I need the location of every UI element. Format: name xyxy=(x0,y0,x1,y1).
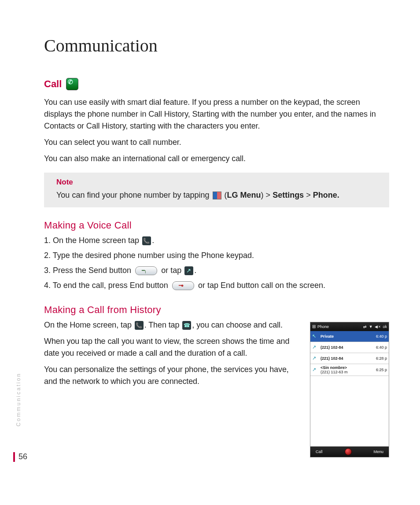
pm-row-1-time: 6:40 p xyxy=(372,345,387,350)
note-phone: Phone. xyxy=(313,191,339,199)
pm-row-1-name: (221) 102-84 xyxy=(321,345,370,350)
pm-empty-area xyxy=(310,376,389,446)
phone-screenshot: ⊞ Phone ⇄ ▼ ◀× ok ↖ Private 6:40 p ↗ (22… xyxy=(310,322,389,457)
page-footer: 56 xyxy=(13,452,27,462)
hc-p3: You can personalize the settings of your… xyxy=(44,364,299,387)
note-pre: You can find your phone number by tappin… xyxy=(56,191,212,199)
vc-s4b: or tap End button call on the screen. xyxy=(198,281,325,290)
note-gt2: > xyxy=(304,191,313,199)
pm-ok: ok xyxy=(383,324,387,329)
vc-s3b: or tap xyxy=(161,266,184,275)
call-desc-3: You can also make an international call … xyxy=(44,153,389,165)
pm-row-2-name: (221) 102-84 xyxy=(321,356,370,361)
voice-call-steps: 1. On the Home screen tap . 2. Type the … xyxy=(44,235,389,292)
pm-status-icons: ⇄ ▼ ◀× xyxy=(363,324,381,329)
hc-p1c: , you can choose and call. xyxy=(192,321,283,329)
pm-status-bar: ⊞ Phone ⇄ ▼ ◀× ok xyxy=(310,322,389,331)
call-history-icon xyxy=(182,321,191,330)
side-chapter-label: Communication xyxy=(15,372,22,426)
vc-s1a: 1. On the Home screen tap xyxy=(44,236,141,245)
pm-row-2[interactable]: ↗ (221) 102-84 6:28 p xyxy=(310,353,389,364)
vc-step-2: 2. Type the desired phone number using t… xyxy=(44,250,389,262)
hc-p2: When you tap the call you want to view, … xyxy=(44,335,299,359)
note-box: Note You can find your phone number by t… xyxy=(44,173,389,207)
vc-s3c: . xyxy=(194,266,196,275)
hc-p1: On the Home screen, tap . Then tap , you… xyxy=(44,319,299,331)
phone-tile-icon-2 xyxy=(135,321,144,330)
pm-row-3[interactable]: ↗ <Sin nombre> (221) 112-63 m 6:25 p xyxy=(310,364,389,376)
call-heading-text: Call xyxy=(44,78,62,90)
vc-step-1: 1. On the Home screen tap . xyxy=(44,235,389,247)
pm-row-0[interactable]: ↖ Private 6:40 p xyxy=(310,331,389,342)
tap-call-icon xyxy=(184,266,193,275)
pm-softkey-menu[interactable]: Menu xyxy=(373,450,383,454)
note-lg-menu: LG Menu xyxy=(227,191,261,199)
call-desc-1: You can use easily with smart dial featu… xyxy=(44,96,389,132)
page-title: Communication xyxy=(44,35,389,56)
outgoing-call-icon: ↖ xyxy=(312,334,318,339)
pm-row-2-time: 6:28 p xyxy=(372,356,387,361)
history-call-heading: Making a Call from History xyxy=(44,304,389,316)
pm-row-3-bold: <Sin nombre> xyxy=(321,365,347,370)
note-label: Note xyxy=(56,178,381,187)
note-paren-close: ) > xyxy=(261,191,273,199)
pm-row-0-name: Private xyxy=(321,334,370,339)
pm-title: Phone xyxy=(317,324,361,329)
pm-row-3-time: 6:25 p xyxy=(372,368,387,372)
pm-row-3-name: <Sin nombre> (221) 112-63 m xyxy=(321,365,370,374)
pm-row-1[interactable]: ↗ (221) 102-84 6:40 p xyxy=(310,342,389,353)
voice-call-heading: Making a Voice Call xyxy=(44,220,389,231)
vc-s4a: 4. To end the call, press End button xyxy=(44,281,170,290)
end-button-icon xyxy=(172,281,194,290)
outgoing-call-icon: ↗ xyxy=(312,367,318,372)
page-number: 56 xyxy=(18,452,27,461)
section-call-heading: Call xyxy=(44,78,389,90)
footer-accent-bar xyxy=(13,452,15,462)
vc-step-4: 4. To end the call, press End button or … xyxy=(44,280,389,292)
pm-softkey-call[interactable]: Call xyxy=(316,450,323,454)
hc-p1a: On the Home screen, tap xyxy=(44,321,134,329)
pm-call-list: ↖ Private 6:40 p ↗ (221) 102-84 6:40 p ↗… xyxy=(310,331,389,376)
hc-p1b: . Then tap xyxy=(144,321,182,329)
vc-s3a: 3. Press the Send button xyxy=(44,266,133,275)
phone-app-icon xyxy=(66,78,78,90)
note-text: You can find your phone number by tappin… xyxy=(56,189,381,201)
phone-tile-icon xyxy=(142,236,151,245)
windows-flag-icon: ⊞ xyxy=(312,324,316,329)
outgoing-call-icon: ↗ xyxy=(312,356,318,361)
pm-softkey-bar: Call Menu xyxy=(310,446,389,457)
send-button-icon xyxy=(135,266,157,275)
pm-center-button-icon[interactable] xyxy=(345,448,352,455)
pm-row-3-rest: (221) 112-63 m xyxy=(321,370,348,374)
lg-menu-icon xyxy=(213,192,221,199)
vc-step-3: 3. Press the Send button or tap . xyxy=(44,265,389,277)
vc-s1b: . xyxy=(152,236,154,245)
note-settings: Settings xyxy=(273,191,304,199)
call-desc-2: You can select you want to call number. xyxy=(44,136,389,148)
pm-row-0-time: 6:40 p xyxy=(372,334,387,339)
outgoing-call-icon: ↗ xyxy=(312,345,318,350)
